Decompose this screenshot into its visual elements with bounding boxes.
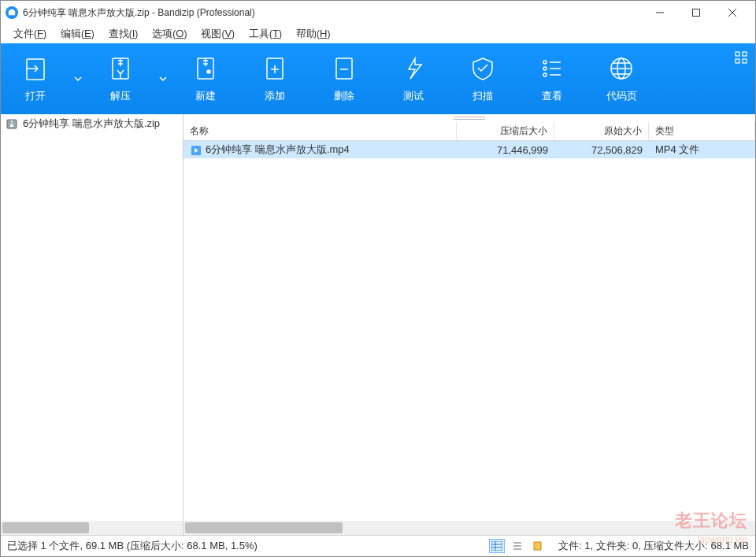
menu-find[interactable]: 查找(I)	[102, 25, 145, 43]
tree-scrollbar[interactable]	[1, 521, 183, 535]
col-name[interactable]: 名称	[183, 122, 457, 140]
svg-rect-20	[534, 542, 541, 550]
window-title: 6分钟纯享 喘息水声放大版.zip - Bandizip (Profession…	[23, 6, 255, 20]
view-details-icon[interactable]	[489, 539, 505, 553]
view-button[interactable]: 查看	[517, 43, 587, 114]
file-list[interactable]: 6分钟纯享 喘息水声放大版.mp4 71,446,999 72,506,829 …	[183, 141, 755, 521]
archive-icon	[6, 117, 18, 130]
svg-rect-6	[336, 58, 352, 79]
workspace: 6分钟纯享 喘息水声放大版.zip 名称 压缩后大小 原始大小 类型 6分钟纯享…	[1, 114, 755, 535]
menu-bar: 文件(F) 编辑(E) 查找(I) 选项(O) 视图(V) 工具(T) 帮助(H…	[1, 24, 755, 43]
close-button[interactable]	[714, 1, 750, 24]
menu-options[interactable]: 选项(O)	[146, 25, 193, 43]
minimize-button[interactable]	[642, 1, 678, 24]
svg-rect-15	[743, 59, 747, 63]
file-pane: 名称 压缩后大小 原始大小 类型 6分钟纯享 喘息水声放大版.mp4 71,44…	[183, 114, 755, 535]
menu-view[interactable]: 视图(V)	[195, 25, 241, 43]
video-file-icon	[190, 144, 202, 157]
status-view-icons	[489, 539, 546, 553]
toolbar: 打开 解压 新建 添加 删除 测试 扫描 查看 代码页	[1, 43, 755, 114]
file-scrollbar[interactable]	[183, 521, 755, 535]
status-summary: 文件: 1, 文件夹: 0, 压缩文件大小: 68.1 MB	[558, 539, 749, 553]
toolbar-overflow[interactable]	[735, 51, 747, 66]
status-bar: 已选择 1 个文件, 69.1 MB (压缩后大小: 68.1 MB, 1.5%…	[1, 535, 755, 556]
test-icon	[399, 54, 428, 83]
svg-rect-0	[693, 9, 700, 17]
codepage-button[interactable]: 代码页	[587, 43, 656, 114]
open-button[interactable]: 打开	[1, 54, 70, 103]
extract-dropdown[interactable]	[155, 75, 171, 83]
new-button[interactable]: 新建	[171, 43, 240, 114]
svg-rect-17	[10, 124, 13, 127]
svg-rect-12	[736, 52, 739, 56]
delete-icon	[330, 54, 358, 83]
maximize-button[interactable]	[678, 1, 714, 24]
svg-point-8	[543, 67, 547, 70]
menu-file[interactable]: 文件(F)	[7, 25, 53, 43]
col-type[interactable]: 类型	[649, 122, 755, 140]
new-icon	[191, 54, 220, 83]
add-icon	[261, 54, 289, 83]
tree-root[interactable]: 6分钟纯享 喘息水声放大版.zip	[1, 114, 183, 133]
svg-rect-19	[491, 541, 502, 551]
view-list-icon[interactable]	[510, 539, 525, 553]
column-headers: 名称 压缩后大小 原始大小 类型	[183, 122, 755, 141]
col-packed[interactable]: 压缩后大小	[457, 122, 554, 140]
svg-point-4	[207, 70, 210, 73]
file-name-cell: 6分钟纯享 喘息水声放大版.mp4	[183, 143, 457, 157]
delete-button[interactable]: 删除	[309, 43, 379, 114]
folder-tree[interactable]: 6分钟纯享 喘息水声放大版.zip	[1, 114, 183, 535]
view-icon	[538, 54, 566, 83]
codepage-icon	[607, 54, 636, 83]
test-button[interactable]: 测试	[379, 43, 448, 114]
extract-button[interactable]: 解压	[86, 54, 155, 103]
extract-icon	[106, 54, 135, 83]
svg-rect-14	[736, 59, 739, 63]
file-orig-cell: 72,506,829	[554, 144, 649, 156]
svg-rect-1	[27, 59, 44, 80]
menu-tools[interactable]: 工具(T)	[243, 25, 288, 43]
app-icon	[6, 6, 18, 19]
view-icons-icon[interactable]	[530, 539, 546, 553]
tree-root-label: 6分钟纯享 喘息水声放大版.zip	[23, 117, 160, 131]
status-selection: 已选择 1 个文件, 69.1 MB (压缩后大小: 68.1 MB, 1.5%…	[7, 539, 258, 553]
file-packed-cell: 71,446,999	[457, 144, 554, 156]
menu-edit[interactable]: 编辑(E)	[54, 25, 101, 43]
file-type-cell: MP4 文件	[649, 143, 755, 157]
svg-rect-13	[743, 52, 747, 56]
scan-button[interactable]: 扫描	[448, 43, 517, 114]
file-row[interactable]: 6分钟纯享 喘息水声放大版.mp4 71,446,999 72,506,829 …	[183, 141, 755, 158]
menu-help[interactable]: 帮助(H)	[290, 25, 336, 43]
open-icon	[21, 54, 50, 83]
svg-point-9	[543, 73, 547, 76]
split-handle[interactable]	[183, 114, 755, 122]
add-button[interactable]: 添加	[240, 43, 309, 114]
scan-icon	[469, 54, 497, 83]
svg-point-7	[543, 61, 547, 64]
title-bar: 6分钟纯享 喘息水声放大版.zip - Bandizip (Profession…	[1, 1, 755, 24]
col-orig[interactable]: 原始大小	[554, 122, 649, 140]
open-dropdown[interactable]	[70, 75, 86, 83]
